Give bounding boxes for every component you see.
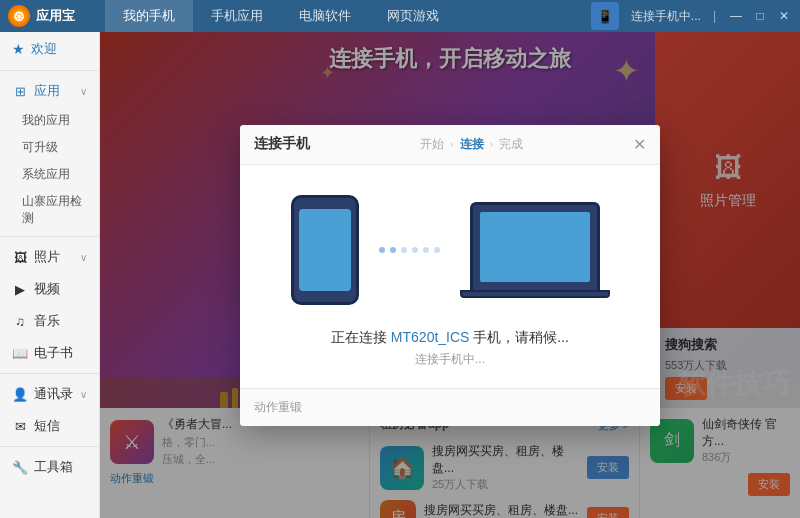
sidebar-divider-3 xyxy=(0,373,99,374)
main-layout: ★ 欢迎 ⊞ 应用 ∨ 我的应用 可升级 系统应用 山寨应用检测 🖼 照片 ∨ … xyxy=(0,32,800,518)
title-bar: ⊛ 应用宝 我的手机 手机应用 电脑软件 网页游戏 📱 连接手机中... | —… xyxy=(0,0,800,32)
modal-action-button[interactable]: 动作重锻 xyxy=(254,399,302,416)
close-button[interactable]: ✕ xyxy=(776,8,792,24)
music-icon: ♫ xyxy=(12,313,28,329)
modal-footer: 动作重锻 xyxy=(240,388,660,426)
sidebar: ★ 欢迎 ⊞ 应用 ∨ 我的应用 可升级 系统应用 山寨应用检测 🖼 照片 ∨ … xyxy=(0,32,100,518)
modal-header: 连接手机 开始 › 连接 › 完成 ✕ xyxy=(240,125,660,165)
dot-2 xyxy=(390,247,396,253)
message-icon: ✉ xyxy=(12,418,28,434)
modal-close-button[interactable]: ✕ xyxy=(633,135,646,154)
app-name: 应用宝 xyxy=(36,7,75,25)
modal-step-connect: 连接 xyxy=(460,136,484,153)
modal-steps: 开始 › 连接 › 完成 xyxy=(420,136,523,153)
laptop-base xyxy=(460,290,610,298)
grid-icon: ⊞ xyxy=(12,83,28,99)
nav-tab-phoneapp[interactable]: 手机应用 xyxy=(193,0,281,32)
dot-3 xyxy=(401,247,407,253)
modal-body: 正在连接 MT620t_ICS 手机，请稍候... 连接手机中... xyxy=(240,165,660,388)
phone-shape xyxy=(291,195,359,305)
sidebar-item-ebook[interactable]: 📖 电子书 xyxy=(0,337,99,369)
phone-model: MT620t_ICS xyxy=(391,329,470,345)
modal-title: 连接手机 xyxy=(254,135,310,153)
nav-tab-pcsoftware[interactable]: 电脑软件 xyxy=(281,0,369,32)
contacts-icon: 👤 xyxy=(12,386,28,402)
maximize-button[interactable]: □ xyxy=(752,8,768,24)
modal-step-done: 完成 xyxy=(499,136,523,153)
toolbox-icon: 🔧 xyxy=(12,459,28,475)
sidebar-divider-1 xyxy=(0,70,99,71)
minimize-button[interactable]: — xyxy=(728,8,744,24)
phone-screen xyxy=(299,209,351,291)
sidebar-item-fake-detect[interactable]: 山寨应用检测 xyxy=(0,188,99,232)
sidebar-item-contacts[interactable]: 👤 通讯录 ∨ xyxy=(0,378,99,410)
modal-step-start: 开始 xyxy=(420,136,444,153)
connect-status: 正在连接 MT620t_ICS 手机，请稍候... xyxy=(331,329,569,347)
dot-6 xyxy=(434,247,440,253)
dot-5 xyxy=(423,247,429,253)
sidebar-item-video[interactable]: ▶ 视频 xyxy=(0,273,99,305)
content-area: ✦ ✦ ✦ ✦ 连接手机，开启移动之旅 🖼 照片管理 搜狗搜索 553万人下载 … xyxy=(100,32,800,518)
modal-overlay: 连接手机 开始 › 连接 › 完成 ✕ xyxy=(100,32,800,518)
laptop-screen xyxy=(480,212,590,282)
sidebar-item-welcome[interactable]: ★ 欢迎 xyxy=(0,32,99,66)
sidebar-item-upgradable[interactable]: 可升级 xyxy=(0,134,99,161)
app-logo: ⊛ xyxy=(8,5,30,27)
sidebar-item-myapps[interactable]: 我的应用 xyxy=(0,107,99,134)
dot-4 xyxy=(412,247,418,253)
nav-tab-webgame[interactable]: 网页游戏 xyxy=(369,0,457,32)
laptop-shape xyxy=(460,202,610,298)
connect-status-text: 连接手机中... xyxy=(631,8,701,25)
sidebar-item-photos[interactable]: 🖼 照片 ∨ xyxy=(0,241,99,273)
photo-icon: 🖼 xyxy=(12,249,28,265)
nav-tabs: 我的手机 手机应用 电脑软件 网页游戏 xyxy=(105,0,591,32)
connect-visual xyxy=(291,195,610,305)
sidebar-item-sysapps[interactable]: 系统应用 xyxy=(0,161,99,188)
dot-1 xyxy=(379,247,385,253)
sidebar-item-music[interactable]: ♫ 音乐 xyxy=(0,305,99,337)
sidebar-item-toolbox[interactable]: 🔧 工具箱 xyxy=(0,451,99,483)
video-icon: ▶ xyxy=(12,281,28,297)
title-bar-right: 📱 连接手机中... | — □ ✕ xyxy=(591,2,792,30)
connect-sub-status: 连接手机中... xyxy=(415,351,485,368)
book-icon: 📖 xyxy=(12,345,28,361)
sidebar-item-sms[interactable]: ✉ 短信 xyxy=(0,410,99,442)
sidebar-divider-4 xyxy=(0,446,99,447)
nav-tab-myphone[interactable]: 我的手机 xyxy=(105,0,193,32)
connect-modal: 连接手机 开始 › 连接 › 完成 ✕ xyxy=(240,125,660,426)
connect-dots xyxy=(379,247,440,253)
laptop-screen-container xyxy=(470,202,600,290)
sidebar-item-apps[interactable]: ⊞ 应用 ∨ xyxy=(0,75,99,107)
phone-connect-icon: 📱 xyxy=(591,2,619,30)
sidebar-divider-2 xyxy=(0,236,99,237)
